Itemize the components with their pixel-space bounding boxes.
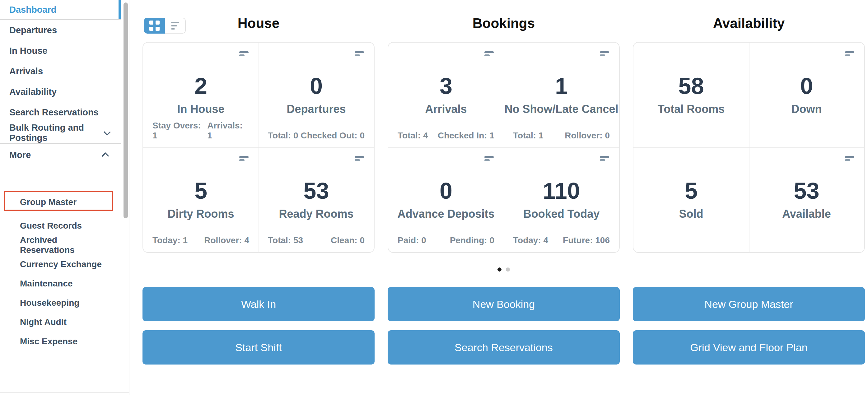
stat-detail-left: Total: 4: [398, 131, 428, 140]
stat-label: Dirty Rooms: [167, 207, 234, 221]
stat-card-in-house[interactable]: 2 In House Stay Overs: 1 Arrivals: 1: [143, 43, 258, 147]
stat-value: 5: [194, 179, 207, 202]
new-booking-button[interactable]: New Booking: [388, 287, 620, 321]
grid-view-floor-plan-button[interactable]: Grid View and Floor Plan: [633, 330, 865, 364]
search-reservations-button[interactable]: Search Reservations: [388, 330, 620, 364]
sidebar-item-misc-expense[interactable]: Misc Expense: [0, 332, 129, 351]
stat-value: 5: [685, 179, 698, 202]
stat-detail-left: Today: 4: [513, 235, 548, 245]
stat-sections: 2 In House Stay Overs: 1 Arrivals: 1 0 D…: [143, 42, 865, 253]
stat-value: 3: [440, 75, 452, 98]
sidebar-item-availability[interactable]: Availability: [0, 81, 129, 102]
sidebar-item-label: Departures: [9, 25, 57, 35]
card-menu-icon[interactable]: [600, 156, 609, 161]
stat-detail-right: Clean: 0: [331, 235, 365, 245]
stat-value: 110: [543, 179, 580, 202]
card-menu-icon[interactable]: [485, 156, 494, 161]
start-shift-button[interactable]: Start Shift: [143, 330, 375, 364]
stat-detail-right: Checked Out: 0: [301, 131, 365, 140]
section-headers: House Bookings Availability: [143, 15, 865, 31]
card-menu-icon[interactable]: [600, 51, 609, 56]
sidebar-scrollbar[interactable]: [124, 2, 128, 218]
stat-value: 0: [440, 179, 452, 202]
sidebar-item-currency-exchange[interactable]: Currency Exchange: [0, 255, 129, 274]
sidebar-item-search-reservations[interactable]: Search Reservations: [0, 102, 129, 123]
card-menu-icon[interactable]: [485, 51, 494, 56]
stat-detail-left: Total: 53: [268, 235, 303, 245]
sidebar-item-more[interactable]: More: [0, 144, 129, 166]
stat-value: 58: [678, 75, 704, 98]
sidebar-item-label: Bulk Routing and Postings: [9, 123, 103, 143]
stat-card-departures[interactable]: 0 Departures Total: 0 Checked Out: 0: [258, 43, 374, 147]
stat-card-ready-rooms[interactable]: 53 Ready Rooms Total: 53 Clean: 0: [258, 147, 374, 252]
sidebar-item-label: Housekeeping: [20, 298, 79, 308]
stat-detail-right: Checked In: 1: [438, 131, 494, 140]
card-menu-icon[interactable]: [355, 51, 364, 56]
stat-value: 2: [194, 75, 207, 98]
sidebar-divider: [0, 392, 129, 393]
sidebar-item-dashboard[interactable]: Dashboard: [0, 0, 129, 19]
sidebar-item-label: Arrivals: [9, 66, 43, 76]
active-item-indicator: [119, 0, 121, 19]
stat-detail-right: Rollover: 4: [204, 235, 249, 245]
sidebar-item-guest-records[interactable]: Guest Records: [0, 216, 129, 235]
stat-value: 53: [794, 179, 819, 202]
pagination-dot-2[interactable]: [506, 267, 510, 271]
sidebar-item-label: Availability: [9, 87, 57, 97]
card-menu-icon[interactable]: [845, 156, 854, 161]
sidebar-item-maintenance[interactable]: Maintenance: [0, 274, 129, 293]
stat-label: In House: [177, 103, 224, 116]
stat-detail-right: Rollover: 0: [565, 131, 610, 140]
stat-card-available[interactable]: 53 Available: [749, 147, 864, 252]
sidebar-item-label: Currency Exchange: [20, 259, 102, 269]
stat-label: Advance Deposits: [397, 207, 494, 221]
sidebar-item-label: Dashboard: [9, 5, 56, 15]
sidebar-item-arrivals[interactable]: Arrivals: [0, 61, 129, 81]
stat-card-advance-deposits[interactable]: 0 Advance Deposits Paid: 0 Pending: 0: [388, 147, 504, 252]
sidebar-item-group-master[interactable]: Group Master: [0, 193, 129, 212]
stat-detail-left: Paid: 0: [398, 235, 426, 245]
new-group-master-button[interactable]: New Group Master: [633, 287, 865, 321]
stat-card-down[interactable]: 0 Down: [749, 43, 864, 147]
stat-card-total-rooms[interactable]: 58 Total Rooms: [633, 43, 749, 147]
stat-label: Ready Rooms: [279, 207, 353, 221]
stat-detail-right: Arrivals: 1: [207, 121, 249, 140]
stat-card-booked-today[interactable]: 110 Booked Today Today: 4 Future: 106: [504, 147, 619, 252]
sidebar-item-label: In House: [9, 46, 47, 56]
sidebar-item-label: More: [9, 150, 31, 160]
dashboard-page: Dashboard Departures In House Arrivals A…: [0, 0, 868, 395]
sidebar-item-housekeeping[interactable]: Housekeeping: [0, 293, 129, 312]
sidebar-item-archived-reservations[interactable]: Archived Reservations: [0, 235, 129, 255]
sidebar-item-night-audit[interactable]: Night Audit: [0, 312, 129, 332]
card-menu-icon[interactable]: [239, 156, 249, 161]
card-menu-icon[interactable]: [239, 51, 249, 56]
stat-label: Sold: [679, 207, 704, 221]
card-menu-icon[interactable]: [845, 51, 854, 56]
walk-in-button[interactable]: Walk In: [143, 287, 375, 321]
stat-card-arrivals[interactable]: 3 Arrivals Total: 4 Checked In: 1: [388, 43, 504, 147]
availability-section-card: 58 Total Rooms 0 Down 5 Sold 53 Availabl…: [633, 42, 865, 253]
sidebar-item-in-house[interactable]: In House: [0, 40, 129, 61]
quick-actions: Walk In New Booking New Group Master Sta…: [143, 287, 865, 364]
chevron-down-icon: [103, 128, 111, 136]
stat-detail-left: Total: 0: [268, 131, 298, 140]
sidebar-item-label: Maintenance: [20, 279, 73, 289]
stat-label: Available: [782, 207, 831, 221]
stat-value: 0: [800, 75, 813, 98]
card-menu-icon[interactable]: [355, 156, 364, 161]
stat-detail-right: Future: 106: [563, 235, 610, 245]
stat-card-no-show-late-cancel[interactable]: 1 No Show/Late Cancel Total: 1 Rollover:…: [504, 43, 619, 147]
stat-card-dirty-rooms[interactable]: 5 Dirty Rooms Today: 1 Rollover: 4: [143, 147, 258, 252]
sidebar-item-label: Search Reservations: [9, 107, 99, 118]
sidebar-item-label: Night Audit: [20, 317, 67, 327]
pagination-dot-1[interactable]: [497, 267, 501, 271]
stat-value: 53: [303, 179, 329, 202]
bookings-section-card: 3 Arrivals Total: 4 Checked In: 1 1 No S…: [388, 42, 620, 253]
stat-label: Total Rooms: [658, 103, 724, 116]
stat-label: Departures: [286, 103, 346, 116]
sidebar: Dashboard Departures In House Arrivals A…: [0, 0, 129, 395]
sidebar-item-bulk-routing-and-postings[interactable]: Bulk Routing and Postings: [0, 123, 129, 143]
stat-card-sold[interactable]: 5 Sold: [633, 147, 749, 252]
stat-detail-left: Today: 1: [152, 235, 188, 245]
sidebar-item-departures[interactable]: Departures: [0, 20, 129, 40]
